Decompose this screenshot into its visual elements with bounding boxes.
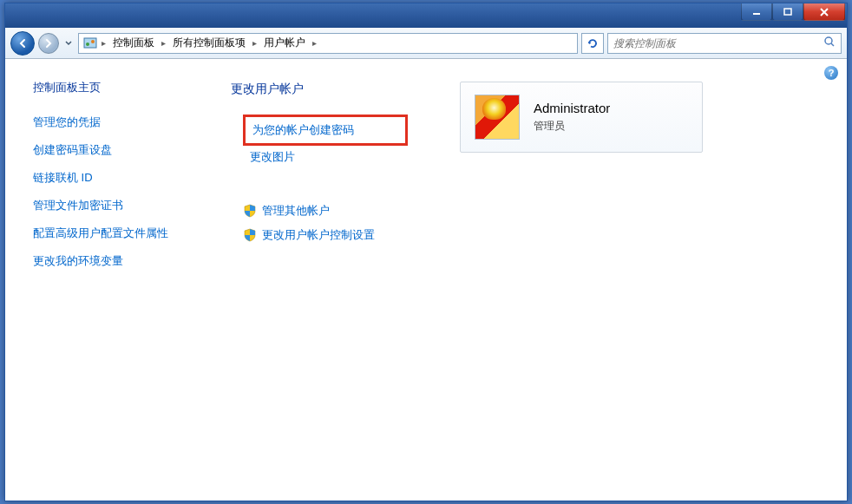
nav-history-dropdown[interactable] [62,35,75,52]
account-column: Administrator 管理员 [460,82,703,483]
shield-action-row: 管理其他帐户 [243,203,408,219]
window-controls [741,3,845,21]
navigation-bar: ▸ 控制面板 ▸ 所有控制面板项 ▸ 用户帐户 ▸ [5,28,847,59]
action-manage-other-accounts[interactable]: 管理其他帐户 [262,203,330,219]
refresh-button[interactable] [581,33,604,54]
action-change-picture[interactable]: 更改图片 [243,146,408,168]
action-list: 为您的帐户创建密码 更改图片 管理其他帐户 [243,115,408,243]
svg-line-6 [831,43,834,46]
search-icon [823,36,836,50]
sidebar-link-online-id[interactable]: 链接联机 ID [33,170,187,186]
help-button[interactable]: ? [824,66,838,80]
shield-action-row: 更改用户帐户控制设置 [243,227,408,243]
page-title: 更改用户帐户 [231,82,408,97]
minimize-button[interactable] [741,3,772,21]
breadcrumb-item[interactable]: 控制面板 [109,34,158,52]
breadcrumb-separator: ▸ [311,38,318,48]
account-info: Administrator 管理员 [534,101,610,134]
sidebar-link-env-vars[interactable]: 更改我的环境变量 [33,253,187,269]
svg-point-3 [86,43,89,46]
svg-rect-2 [84,38,96,48]
account-avatar [475,95,520,140]
sidebar-link-password-reset-disk[interactable]: 创建密码重设盘 [33,142,187,158]
search-input[interactable] [613,37,818,49]
titlebar[interactable] [5,3,847,28]
back-button[interactable] [10,31,35,56]
sidebar-title: 控制面板主页 [33,80,187,95]
svg-rect-1 [784,9,791,15]
breadcrumb-separator: ▸ [251,38,259,48]
content-area: ? 控制面板主页 管理您的凭据 创建密码重设盘 链接联机 ID 管理文件加密证书… [5,59,847,501]
control-panel-icon [82,36,98,51]
breadcrumb-item[interactable]: 所有控制面板项 [169,34,249,52]
actions-column: 更改用户帐户 为您的帐户创建密码 更改图片 [231,82,408,483]
highlight-box: 为您的帐户创建密码 [243,115,408,146]
sidebar-link-profile-props[interactable]: 配置高级用户配置文件属性 [33,226,187,241]
breadcrumb-item[interactable]: 用户帐户 [260,34,309,52]
breadcrumb-separator: ▸ [100,38,108,48]
action-uac-settings[interactable]: 更改用户帐户控制设置 [262,227,375,243]
shield-icon [243,228,257,242]
main-panel: 更改用户帐户 为您的帐户创建密码 更改图片 [205,59,847,501]
svg-rect-0 [753,13,760,15]
account-card[interactable]: Administrator 管理员 [460,82,703,153]
window-frame: ▸ 控制面板 ▸ 所有控制面板项 ▸ 用户帐户 ▸ ? 控制面板主页 管理您的凭… [4,3,848,501]
svg-point-5 [825,37,832,44]
sidebar-link-encryption-cert[interactable]: 管理文件加密证书 [33,198,187,213]
account-name: Administrator [534,101,610,115]
breadcrumb[interactable]: ▸ 控制面板 ▸ 所有控制面板项 ▸ 用户帐户 ▸ [78,33,578,54]
svg-point-4 [91,40,95,43]
breadcrumb-separator: ▸ [160,38,167,48]
action-create-password[interactable]: 为您的帐户创建密码 [246,119,405,141]
maximize-button[interactable] [772,3,803,21]
forward-button[interactable] [38,33,59,54]
search-box[interactable] [607,33,842,54]
sidebar: 控制面板主页 管理您的凭据 创建密码重设盘 链接联机 ID 管理文件加密证书 配… [5,59,205,501]
sidebar-link-credentials[interactable]: 管理您的凭据 [33,115,187,130]
close-button[interactable] [803,3,845,21]
account-role: 管理员 [534,119,610,134]
shield-icon [243,204,257,218]
